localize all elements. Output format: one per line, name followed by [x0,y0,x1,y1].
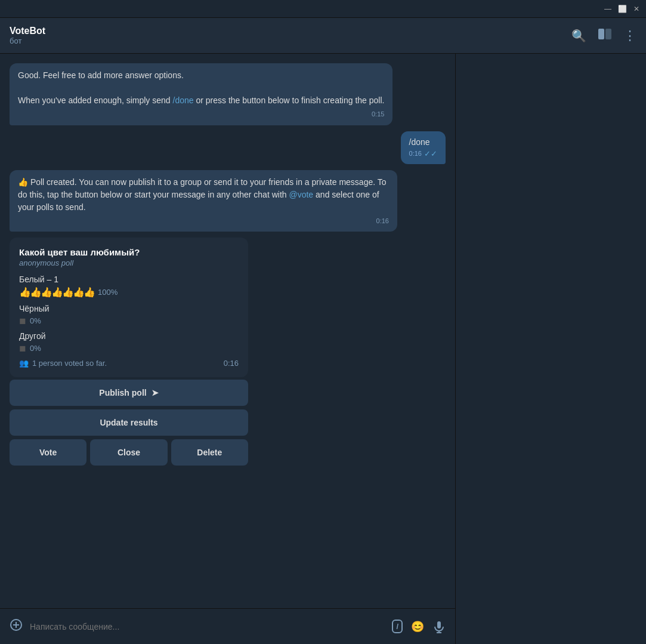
emoji-icon: 😊 [411,620,424,633]
slash-label: / [396,622,398,631]
poll-pct-1: 0% [30,316,49,325]
titlebar: — ⬜ ✕ [0,0,646,18]
message-text-2: 👍 Poll created. You can now publish it t… [18,177,387,212]
user-message-text: /done [409,137,430,147]
poll-bar-0: 👍👍👍👍👍👍👍 100% [19,286,239,298]
update-label: Update results [100,418,157,427]
header-icons: 🔍 ⋮ [571,28,636,44]
input-icons: / 😊 [392,620,446,633]
message-user-1: /done 0:16 ✓✓ [10,131,446,164]
svg-rect-5 [437,621,441,628]
poll-pct-2: 0% [30,344,49,353]
panel-toggle-icon[interactable] [598,29,611,42]
poll-pct-0: 100% [98,288,118,297]
double-check-icon: ✓✓ [424,149,437,158]
poll-option-label-1: Чёрный [19,304,239,313]
input-bar: / 😊 [0,608,455,644]
timestamp-user-1: 0:16 ✓✓ [409,149,437,158]
poll-option-1: Чёрный ◼ 0% [19,304,239,325]
timestamp-2: 0:16 [18,216,389,226]
mic-button[interactable] [432,620,446,633]
voters-icon: 👥 [19,359,29,368]
more-icon[interactable]: ⋮ [623,28,636,44]
header-info: VoteBot бот [10,26,45,45]
svg-rect-0 [598,29,604,39]
at-vote-link[interactable]: @vote [289,190,313,199]
poll-bar-1: ◼ 0% [19,316,239,325]
poll-option-label-2: Другой [19,331,239,341]
bubble-bot-2: 👍 Poll created. You can now publish it t… [10,170,397,232]
maximize-button[interactable]: ⬜ [617,4,627,14]
close-label: Close [118,448,140,457]
emoji-button[interactable]: 😊 [411,620,424,633]
poll-question: Какой цвет ваш любимый? [19,247,239,257]
delete-label: Delete [197,448,222,457]
publish-poll-button[interactable]: Publish poll ➤ [10,380,248,406]
poll-timestamp: 0:16 [224,359,239,368]
vote-button[interactable]: Vote [10,439,86,466]
svg-rect-1 [605,29,611,39]
close-button[interactable]: ✕ [632,4,641,14]
message-input[interactable] [30,622,385,631]
bubble-bot-1: Good. Feel free to add more answer optio… [10,63,392,125]
message-bot-1: Good. Feel free to add more answer optio… [10,63,446,125]
chat-header: VoteBot бот 🔍 ⋮ [0,18,646,54]
close-poll-button[interactable]: Close [90,439,167,466]
chat-subtitle: бот [10,36,45,45]
slash-commands-button[interactable]: / [392,620,403,633]
timestamp-1: 0:15 [18,109,384,119]
done-link-1[interactable]: /done [173,95,194,105]
poll-voters: 👥 1 person voted so far. 0:16 [19,359,239,368]
message-bot-2: 👍 Poll created. You can now publish it t… [10,170,446,232]
poll-card: Какой цвет ваш любимый? anonymous poll Б… [10,238,248,377]
poll-action-row: Vote Close Delete [10,439,248,466]
chat-area: Good. Feel free to add more answer optio… [0,54,455,608]
poll-option-0: Белый – 1 👍👍👍👍👍👍👍 100% [19,275,239,298]
delete-poll-button[interactable]: Delete [171,439,248,466]
chat-title: VoteBot [10,26,45,36]
poll-bar-2: ◼ 0% [19,343,239,353]
poll-buttons: Publish poll ➤ Update results Vote Close [10,380,248,466]
poll-section: Какой цвет ваш любимый? anonymous poll Б… [10,238,248,466]
right-panel [455,54,646,644]
minimize-button[interactable]: — [603,4,613,14]
vote-label: Vote [39,448,57,457]
search-icon[interactable]: 🔍 [571,29,586,43]
poll-type: anonymous poll [19,258,239,267]
update-results-button[interactable]: Update results [10,409,248,436]
voters-text: 1 person voted so far. [32,359,107,368]
poll-option-2: Другой ◼ 0% [19,331,239,353]
message-text-1: Good. Feel free to add more answer optio… [18,70,384,105]
thumbs-icon: 👍👍👍👍👍👍👍 [19,286,94,298]
publish-label: Publish poll [99,388,146,398]
attach-icon[interactable] [10,618,23,634]
publish-icon: ➤ [152,388,159,398]
poll-option-label-0: Белый – 1 [19,275,239,284]
bubble-user-1: /done 0:16 ✓✓ [401,131,446,164]
